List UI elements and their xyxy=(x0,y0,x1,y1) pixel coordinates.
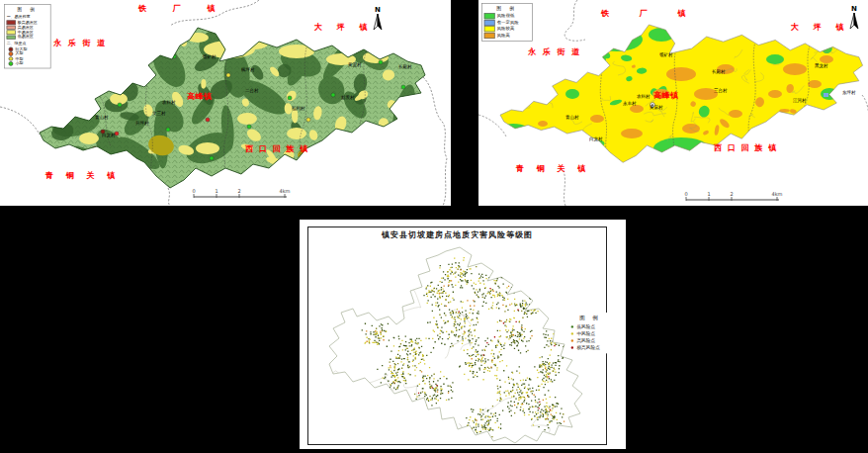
village-label: 东坪村 xyxy=(842,90,856,95)
legend-swatch xyxy=(484,20,495,26)
legend-item-label: 中风险点 xyxy=(576,330,595,337)
hazard-point-green xyxy=(166,128,170,132)
village-label: 文三村 xyxy=(152,111,166,116)
legend-section-title: 二、隐患点 xyxy=(7,41,48,46)
scale-bar: 0124km xyxy=(192,186,291,206)
legend-dot-icon xyxy=(571,339,574,342)
legend-section-title: 一、易发程度 xyxy=(7,14,48,20)
legend-title: 图 例 xyxy=(7,6,48,13)
village-label: 黄家村 xyxy=(650,105,663,110)
legend-item-label: 低风险点 xyxy=(576,323,595,330)
hazard-point-green xyxy=(288,96,292,100)
village-label: 黑龙村 xyxy=(815,63,828,68)
town-label: 青 铜 关 镇 xyxy=(516,165,590,173)
hazard-point-green xyxy=(63,85,67,89)
village-label: 黄泥村 xyxy=(348,62,362,67)
hazard-point-yellow xyxy=(226,73,230,77)
town-label: 青 铜 关 镇 xyxy=(45,172,120,180)
north-arrow-icon: N xyxy=(370,5,386,33)
village-label: 青山村 xyxy=(565,115,579,120)
village-label: 白龙村 xyxy=(102,133,116,137)
scale-bar-graphic: 0124km xyxy=(192,186,291,202)
town-label: 大 坪 镇 xyxy=(314,24,374,32)
village-label: 银矿村 xyxy=(203,54,217,59)
hazard-point-red xyxy=(206,118,210,122)
legend-title: 图 例 xyxy=(484,5,530,12)
svg-text:2: 2 xyxy=(730,191,733,197)
svg-text:1: 1 xyxy=(707,191,710,197)
legend-item-label: 有一定风险 xyxy=(497,20,519,26)
village-label: 永丰村 xyxy=(623,101,637,106)
svg-text:N: N xyxy=(375,6,381,14)
hazard-point-green xyxy=(247,125,251,129)
legend-title: 图 例 xyxy=(568,315,612,322)
svg-text:1: 1 xyxy=(215,188,217,194)
village-label: 升坪村 xyxy=(135,121,149,126)
legend-item-label: 风险较高 xyxy=(497,26,515,32)
site-risk-legend: 图 例 低风险点中风险点高风险点极高风险点 xyxy=(566,313,614,353)
legend-dot-icon xyxy=(571,332,574,335)
legend-item: 极高风险点 xyxy=(568,344,612,351)
scale-bar: 0124km xyxy=(684,189,783,206)
legend-items: 一、易发程度极高易发区高易发区中易发区低易发区二、隐患点特大型大型中型小型 xyxy=(7,14,48,66)
svg-text:N: N xyxy=(851,5,857,13)
legend-item: 低风险点 xyxy=(568,323,612,330)
hazard-point-green xyxy=(210,156,214,160)
legend-dot-icon xyxy=(571,325,574,328)
legend-item-label: 高风险点 xyxy=(576,337,595,344)
legend-dot-icon xyxy=(9,47,13,51)
village-label: 三台村 xyxy=(714,88,728,93)
legend-item: 高风险点 xyxy=(568,337,612,344)
legend-dot-icon xyxy=(9,56,13,60)
town-label: 永 乐 街 道 xyxy=(53,40,107,47)
legend-item: 风险高 xyxy=(484,33,530,39)
legend-swatch xyxy=(484,33,495,39)
town-label: 大 坪 镇 xyxy=(791,24,850,32)
town-label: 高峰镇 xyxy=(187,93,213,101)
svg-text:0: 0 xyxy=(192,188,195,194)
legend-item: 小型 xyxy=(7,61,48,66)
north-arrow: N xyxy=(370,5,386,37)
legend-swatch xyxy=(7,21,16,25)
composite-map-screenshot: 图 例 一、易发程度极高易发区高易发区中易发区低易发区二、隐患点特大型大型中型小… xyxy=(0,0,868,453)
legend-item-label: 低易发区 xyxy=(18,35,34,41)
village-label: 长殿村 xyxy=(712,69,726,74)
village-label: 江河村 xyxy=(793,98,807,103)
legend-swatch xyxy=(7,31,16,35)
village-label: 青山村 xyxy=(95,115,109,120)
hazard-point-green xyxy=(379,60,383,64)
village-label: 新发村 xyxy=(341,95,355,100)
susceptibility-map-panel: 图 例 一、易发程度极高易发区高易发区中易发区低易发区二、隐患点特大型大型中型小… xyxy=(0,0,451,206)
village-label: 福利村 xyxy=(292,106,305,111)
risk-zoning-map-panel: 图 例 风险很低有一定风险风险较高风险高 铁 厂 镇大 坪 镇永 乐 街 道高峰… xyxy=(478,0,868,206)
village-label: 银矿村 xyxy=(659,52,673,57)
village-label: 枫坪村 xyxy=(241,67,255,72)
legend-dot-icon xyxy=(9,51,13,55)
site-risk-map-panel: 镇安县切坡建房点地质灾害风险等级图 图 例 低风险点中风险点高风险点极高风险点 xyxy=(300,220,626,449)
hazard-point-green xyxy=(94,54,98,58)
town-label: 西 口 回 族 镇 xyxy=(714,144,778,152)
town-label: 高峰镇 xyxy=(653,92,679,100)
legend-items: 低风险点中风险点高风险点极高风险点 xyxy=(568,323,612,351)
town-label: 铁 厂 镇 xyxy=(601,10,700,18)
risk-legend: 图 例 风险很低有一定风险风险较高风险高 xyxy=(481,3,533,42)
village-label: 长殿村 xyxy=(398,64,412,69)
north-arrow-icon: N xyxy=(846,4,862,32)
village-label: 农科村 xyxy=(637,94,651,99)
hazard-point-yellow xyxy=(306,118,310,122)
hazard-point-green xyxy=(331,93,335,97)
legend-swatch xyxy=(484,26,495,32)
legend-items: 风险很低有一定风险风险较高风险高 xyxy=(484,13,530,39)
legend-item-label: 极高风险点 xyxy=(576,344,599,351)
svg-text:4km: 4km xyxy=(280,188,291,194)
legend-swatch xyxy=(7,26,16,30)
legend-item-label: 风险高 xyxy=(497,33,510,39)
svg-text:0: 0 xyxy=(684,191,687,197)
town-label: 永 乐 街 道 xyxy=(528,48,581,56)
scale-bar-graphic: 0124km xyxy=(684,189,783,205)
north-arrow: N xyxy=(846,4,862,36)
legend-dot-icon xyxy=(571,346,574,349)
susceptibility-legend: 图 例 一、易发程度极高易发区高易发区中易发区低易发区二、隐患点特大型大型中型小… xyxy=(4,4,51,68)
village-label: 白龙村 xyxy=(589,136,603,141)
svg-text:4km: 4km xyxy=(772,191,783,197)
